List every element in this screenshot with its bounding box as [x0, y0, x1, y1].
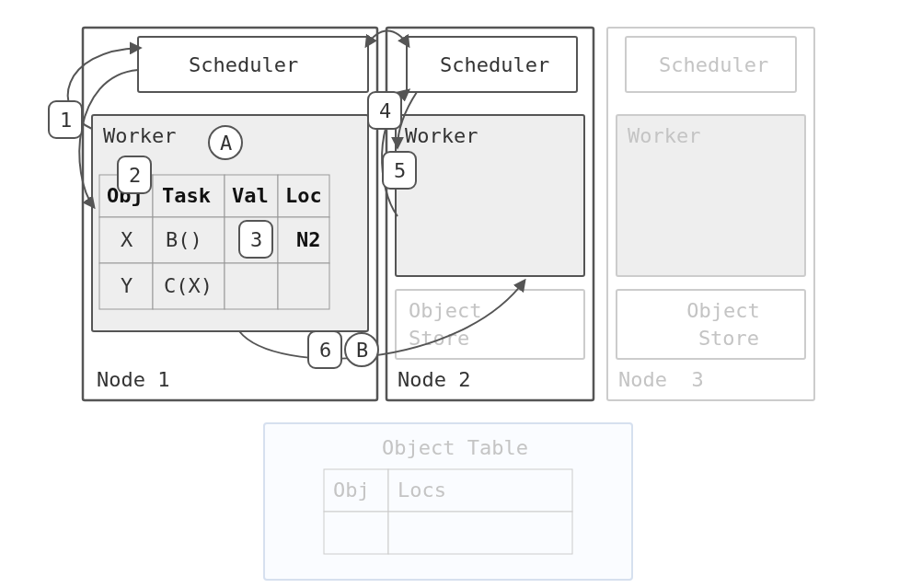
node-3-store-label-1: Object — [686, 299, 759, 322]
objtable-th-locs: Locs — [398, 478, 446, 502]
svg-rect-19 — [388, 512, 572, 554]
node-3: Node 3 Scheduler Worker Object Store — [607, 28, 814, 400]
node-2-scheduler-label: Scheduler — [440, 53, 549, 76]
label-circle-a: A — [209, 126, 242, 159]
object-table-title: Object Table — [382, 436, 528, 459]
th-val: Val — [232, 184, 269, 207]
svg-text:A: A — [220, 132, 232, 155]
node-3-label: Node 3 — [618, 368, 704, 391]
svg-text:5: 5 — [394, 159, 406, 182]
node-1-scheduler-label: Scheduler — [189, 53, 298, 76]
step-badge-4: 4 — [368, 92, 401, 129]
cell-r2-task: C(X) — [164, 274, 213, 297]
cell-r1-obj: X — [121, 228, 133, 251]
node-1-worker-label: Worker — [103, 124, 176, 147]
worker-table: Obj Task Val Loc X B() N2 Y C(X) — [99, 175, 329, 309]
step-badge-6: 6 — [308, 331, 341, 368]
global-object-table: Object Table Obj Locs — [264, 423, 632, 580]
step-badge-1: 1 — [49, 101, 82, 138]
node-3-worker-label: Worker — [628, 124, 700, 147]
node-2: Node 2 Scheduler Worker Object Store — [386, 28, 594, 400]
svg-text:6: 6 — [319, 339, 331, 362]
cell-r1-loc: N2 — [296, 228, 321, 251]
step-badge-2: 2 — [118, 156, 151, 193]
th-task: Task — [162, 184, 211, 207]
svg-text:2: 2 — [129, 164, 141, 187]
svg-text:B: B — [356, 339, 368, 362]
node-3-scheduler-label: Scheduler — [659, 53, 768, 76]
step-badge-3: 3 — [239, 221, 272, 258]
node-1-label: Node 1 — [97, 368, 169, 391]
svg-text:1: 1 — [60, 109, 72, 132]
th-loc: Loc — [285, 184, 322, 207]
svg-text:4: 4 — [379, 99, 391, 122]
svg-rect-12 — [278, 263, 329, 309]
node-2-worker-label: Worker — [405, 124, 478, 147]
objtable-th-obj: Obj — [333, 478, 370, 502]
svg-rect-18 — [324, 512, 388, 554]
svg-rect-11 — [225, 263, 278, 309]
step-badge-5: 5 — [383, 152, 416, 189]
label-circle-b: B — [345, 333, 378, 366]
node-3-store-label-2: Store — [698, 327, 759, 350]
svg-text:3: 3 — [250, 228, 262, 251]
cell-r1-task: B() — [166, 228, 202, 251]
node-2-store-label-1: Object — [409, 299, 481, 322]
diagram-root: Node 1 Scheduler Worker Obj Task Val Loc… — [0, 0, 899, 588]
cell-r2-obj: Y — [121, 274, 133, 297]
node-2-label: Node 2 — [398, 368, 470, 391]
